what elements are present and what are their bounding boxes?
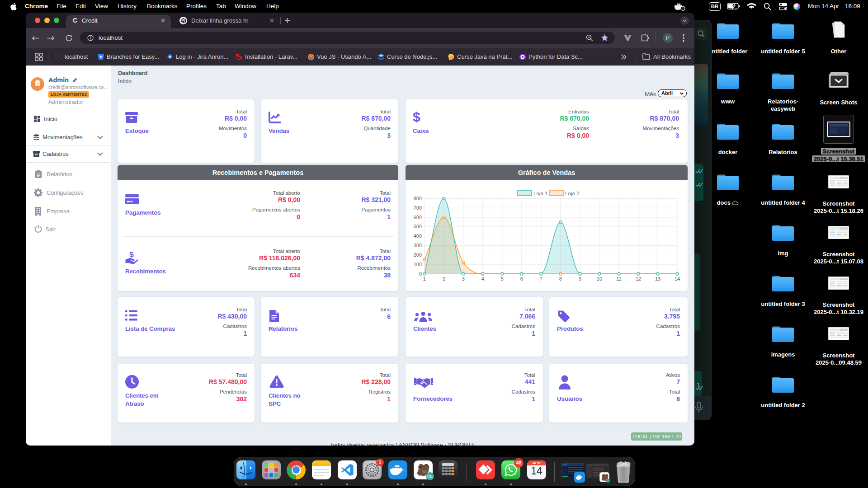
svg-text:13: 13 (655, 276, 660, 282)
svg-text:11: 11 (616, 276, 621, 282)
svg-text:14: 14 (675, 276, 680, 282)
svg-text:500: 500 (414, 224, 422, 229)
svg-text:100: 100 (414, 262, 422, 267)
svg-text:9: 9 (579, 276, 581, 282)
svg-text:6: 6 (520, 276, 523, 282)
svg-text:600: 600 (414, 215, 422, 220)
svg-text:800: 800 (414, 196, 422, 201)
svg-text:1: 1 (423, 276, 426, 282)
svg-text:200: 200 (414, 252, 422, 258)
svg-text:2: 2 (443, 276, 445, 282)
svg-text:$: $ (129, 251, 134, 259)
svg-text:Loja 2: Loja 2 (565, 191, 579, 196)
svg-text:8: 8 (559, 276, 562, 282)
svg-text:700: 700 (414, 205, 422, 211)
svg-text:5: 5 (501, 276, 504, 282)
svg-text:0: 0 (419, 271, 422, 277)
svg-text:300: 300 (414, 243, 422, 248)
svg-text:7: 7 (540, 276, 542, 282)
svg-text:12: 12 (636, 276, 641, 282)
svg-text:10: 10 (597, 276, 602, 282)
svg-text:400: 400 (414, 233, 422, 239)
svg-text:4: 4 (481, 276, 484, 282)
svg-text:3: 3 (462, 276, 465, 282)
svg-text:Loja 1: Loja 1 (533, 191, 547, 196)
